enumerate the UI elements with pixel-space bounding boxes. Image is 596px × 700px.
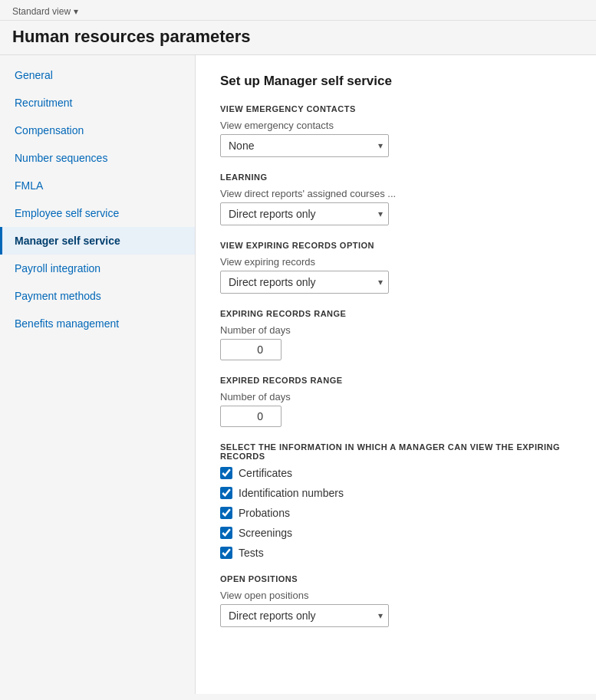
expiring-records-range-group: EXPIRING RECORDS RANGE Number of days <box>220 309 571 360</box>
tests-checkbox-item: Tests <box>220 547 571 559</box>
learning-select[interactable]: None Direct reports only All reports <box>220 202 389 225</box>
open-positions-group: OPEN POSITIONS View open positions None … <box>220 574 571 627</box>
probations-checkbox-item: Probations <box>220 507 571 519</box>
view-expiring-records-select-wrapper: None Direct reports only All reports ▾ <box>220 271 389 294</box>
certificates-label: Certificates <box>239 467 292 479</box>
select-info-section-label: SELECT THE INFORMATION IN WHICH A MANAGE… <box>220 442 571 461</box>
identification-numbers-label: Identification numbers <box>239 487 344 499</box>
sidebar-item-benefits-management[interactable]: Benefits management <box>0 310 195 337</box>
emergency-contacts-group: VIEW EMERGENCY CONTACTS View emergency c… <box>220 104 571 157</box>
emergency-contacts-select-wrapper: None Direct reports only All reports ▾ <box>220 134 389 157</box>
expired-records-range-input[interactable] <box>220 406 282 427</box>
open-positions-select[interactable]: None Direct reports only All reports <box>220 604 389 627</box>
probations-label: Probations <box>239 507 290 519</box>
sidebar-item-recruitment[interactable]: Recruitment <box>0 89 195 117</box>
view-expiring-records-section-label: VIEW EXPIRING RECORDS OPTION <box>220 241 571 250</box>
probations-checkbox[interactable] <box>220 507 232 519</box>
screenings-label: Screenings <box>239 527 292 539</box>
chevron-down-icon: ▾ <box>74 6 78 17</box>
emergency-contacts-select[interactable]: None Direct reports only All reports <box>220 134 389 157</box>
open-positions-select-wrapper: None Direct reports only All reports ▾ <box>220 604 389 627</box>
expiring-records-range-section-label: EXPIRING RECORDS RANGE <box>220 309 571 318</box>
standard-view-button[interactable]: Standard view ▾ <box>12 6 584 17</box>
certificates-checkbox[interactable] <box>220 467 232 479</box>
learning-select-wrapper: None Direct reports only All reports ▾ <box>220 202 389 225</box>
expiring-records-range-input[interactable] <box>220 339 282 360</box>
sidebar-item-number-sequences[interactable]: Number sequences <box>0 144 195 172</box>
expired-records-range-section-label: EXPIRED RECORDS RANGE <box>220 376 571 385</box>
view-expiring-records-group: VIEW EXPIRING RECORDS OPTION View expiri… <box>220 241 571 294</box>
identification-numbers-checkbox-item: Identification numbers <box>220 487 571 499</box>
view-expiring-records-select[interactable]: None Direct reports only All reports <box>220 271 389 294</box>
tests-label: Tests <box>239 547 264 559</box>
certificates-checkbox-item: Certificates <box>220 467 571 479</box>
expiring-records-range-field-label: Number of days <box>220 324 571 336</box>
view-expiring-records-field-label: View expiring records <box>220 256 571 268</box>
sidebar-item-employee-self-service[interactable]: Employee self service <box>0 199 195 227</box>
sidebar-item-general[interactable]: General <box>0 61 195 89</box>
sidebar-item-payment-methods[interactable]: Payment methods <box>0 282 195 310</box>
sidebar-item-payroll-integration[interactable]: Payroll integration <box>0 255 195 282</box>
sidebar-item-compensation[interactable]: Compensation <box>0 117 195 144</box>
main-content: Set up Manager self service VIEW EMERGEN… <box>196 55 596 694</box>
select-info-group: SELECT THE INFORMATION IN WHICH A MANAGE… <box>220 442 571 559</box>
sidebar: General Recruitment Compensation Number … <box>0 55 196 694</box>
sidebar-item-fmla[interactable]: FMLA <box>0 172 195 199</box>
page-title: Human resources parameters <box>0 21 596 55</box>
emergency-contacts-field-label: View emergency contacts <box>220 120 571 131</box>
learning-section-label: LEARNING <box>220 173 571 182</box>
open-positions-section-label: OPEN POSITIONS <box>220 574 571 583</box>
learning-field-label: View direct reports' assigned courses ..… <box>220 188 571 199</box>
open-positions-field-label: View open positions <box>220 590 571 601</box>
emergency-contacts-section-label: VIEW EMERGENCY CONTACTS <box>220 104 571 113</box>
standard-view-label: Standard view <box>12 6 71 17</box>
screenings-checkbox-item: Screenings <box>220 527 571 539</box>
sidebar-item-manager-self-service[interactable]: Manager self service <box>0 227 195 255</box>
checkboxes-group: Certificates Identification numbers Prob… <box>220 467 571 559</box>
expired-records-range-group: EXPIRED RECORDS RANGE Number of days <box>220 376 571 427</box>
screenings-checkbox[interactable] <box>220 527 232 539</box>
section-title: Set up Manager self service <box>220 74 571 89</box>
tests-checkbox[interactable] <box>220 547 232 559</box>
learning-group: LEARNING View direct reports' assigned c… <box>220 173 571 225</box>
top-bar: Standard view ▾ <box>0 0 596 21</box>
identification-numbers-checkbox[interactable] <box>220 487 232 499</box>
expired-records-range-field-label: Number of days <box>220 391 571 403</box>
